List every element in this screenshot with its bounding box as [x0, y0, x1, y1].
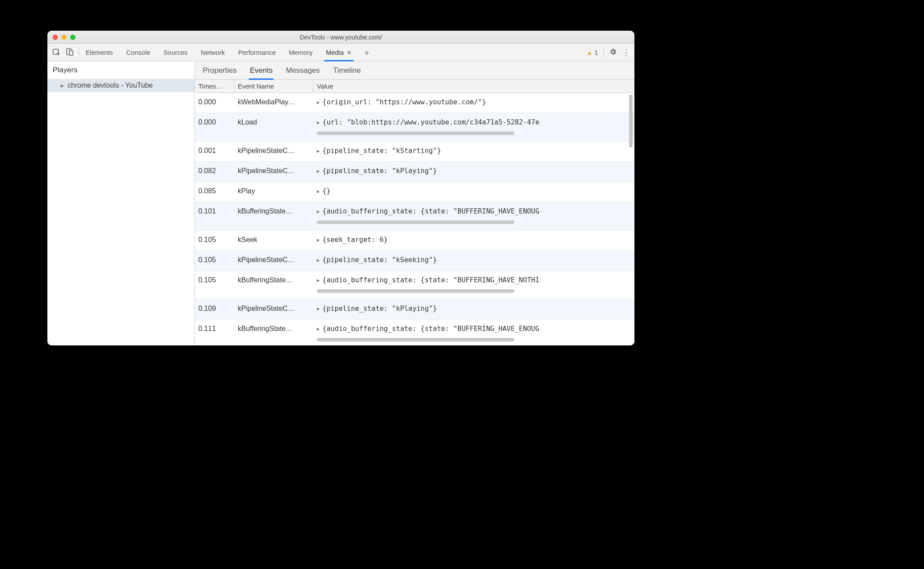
event-row[interactable]: 0.001kPipelineStateC…▶{pipeline_state: "… — [195, 142, 634, 162]
tab-label: Sources — [164, 49, 188, 56]
event-row[interactable]: 0.000kLoad▶{url: "blob:https://www.youtu… — [195, 113, 634, 142]
window-title: DevTools - www.youtube.com/ — [47, 34, 634, 41]
event-row[interactable]: 0.082kPipelineStateC…▶{pipeline_state: "… — [195, 162, 634, 182]
event-row[interactable]: 0.000kWebMediaPlay…▶{origin_url: "https:… — [195, 93, 634, 113]
close-window-button[interactable] — [53, 35, 58, 40]
cell-value: ▶{pipeline_state: "kSeeking"} — [313, 251, 634, 270]
disclosure-triangle-icon: ▶ — [317, 148, 320, 154]
titlebar: DevTools - www.youtube.com/ — [47, 31, 634, 44]
disclosure-triangle-icon: ▶ — [317, 306, 320, 312]
value-expand-row[interactable]: ▶{audio_buffering_state: {state: "BUFFER… — [317, 276, 631, 284]
event-row[interactable]: 0.111kBufferingState…▶{audio_buffering_s… — [195, 320, 634, 345]
cell-timestamp: 0.000 — [195, 93, 234, 113]
subtab-label: Timeline — [333, 66, 361, 75]
value-text: {pipeline_state: "kSeeking"} — [322, 256, 437, 264]
cell-event-name: kWebMediaPlay… — [234, 93, 313, 113]
disclosure-triangle-icon: ▶ — [317, 237, 320, 243]
header-timestamp[interactable]: Times… — [195, 80, 234, 92]
value-text: {pipeline_state: "kPlaying"} — [322, 305, 437, 313]
disclosure-triangle-icon: ▶ — [317, 326, 320, 332]
subtab-events[interactable]: Events — [250, 61, 272, 79]
event-row[interactable]: 0.105kBufferingState…▶{audio_buffering_s… — [195, 271, 634, 299]
table-header-row: Times… Event Name Value — [195, 80, 634, 93]
tab-label: Console — [126, 49, 150, 56]
horizontal-scrollbar[interactable] — [317, 288, 631, 294]
tab-label: Memory — [289, 49, 313, 56]
players-sidebar: Players ▶ chrome devtools - YouTube — [47, 61, 195, 345]
value-text: {seek_target: 6} — [322, 236, 388, 244]
event-row[interactable]: 0.109kPipelineStateC…▶{pipeline_state: "… — [195, 299, 634, 320]
tab-console[interactable]: Console — [126, 44, 150, 61]
player-list-item[interactable]: ▶ chrome devtools - YouTube — [47, 79, 194, 92]
window-controls — [47, 35, 75, 40]
value-expand-row[interactable]: ▶{seek_target: 6} — [317, 236, 631, 244]
disclosure-triangle-icon: ▶ — [317, 120, 320, 125]
value-expand-row[interactable]: ▶{pipeline_state: "kPlaying"} — [317, 167, 631, 175]
header-value[interactable]: Value — [313, 80, 634, 92]
event-row[interactable]: 0.105kSeek▶{seek_target: 6} — [195, 231, 634, 251]
cell-value: ▶{audio_buffering_state: {state: "BUFFER… — [313, 320, 634, 345]
subtab-properties[interactable]: Properties — [203, 61, 236, 79]
subtab-timeline[interactable]: Timeline — [333, 61, 361, 79]
cell-value: ▶{audio_buffering_state: {state: "BUFFER… — [313, 271, 634, 299]
cell-value: ▶{pipeline_state: "kPlaying"} — [313, 162, 634, 181]
cell-timestamp: 0.105 — [195, 251, 234, 270]
devtools-toolbar: Elements Console Sources Network Perform… — [47, 44, 634, 61]
device-toolbar-icon[interactable] — [66, 48, 74, 57]
tab-media[interactable]: Media ✕ — [326, 44, 352, 61]
more-menu-icon[interactable]: ⋮ — [622, 48, 629, 57]
vertical-scrollbar[interactable] — [629, 95, 633, 147]
close-tab-icon[interactable]: ✕ — [347, 49, 352, 56]
more-tabs-icon[interactable]: » — [365, 49, 369, 57]
subtab-messages[interactable]: Messages — [286, 61, 319, 79]
cell-event-name: kSeek — [234, 231, 313, 250]
cell-event-name: kPipelineStateC… — [234, 162, 313, 181]
value-expand-row[interactable]: ▶{url: "blob:https://www.youtube.com/c34… — [317, 118, 631, 126]
event-row[interactable]: 0.085kPlay▶{} — [195, 182, 634, 202]
zoom-window-button[interactable] — [70, 35, 75, 40]
warnings-indicator[interactable]: ▲ 1 — [587, 49, 598, 56]
disclosure-triangle-icon: ▶ — [317, 100, 320, 105]
tab-label: Elements — [86, 49, 113, 56]
horizontal-scrollbar[interactable] — [317, 220, 631, 225]
minimize-window-button[interactable] — [61, 35, 67, 40]
tab-elements[interactable]: Elements — [86, 44, 113, 61]
tab-sources[interactable]: Sources — [164, 44, 188, 61]
sidebar-header: Players — [47, 61, 194, 79]
disclosure-triangle-icon: ▶ — [317, 257, 320, 263]
value-expand-row[interactable]: ▶{audio_buffering_state: {state: "BUFFER… — [317, 325, 631, 333]
value-expand-row[interactable]: ▶{pipeline_state: "kPlaying"} — [317, 305, 631, 313]
value-text: {audio_buffering_state: {state: "BUFFERI… — [322, 325, 540, 333]
tab-memory[interactable]: Memory — [289, 44, 313, 61]
warning-count: 1 — [595, 49, 598, 56]
inspect-element-icon[interactable] — [53, 49, 61, 57]
horizontal-scrollbar[interactable] — [317, 337, 631, 342]
toolbar-separator — [603, 47, 604, 58]
tab-performance[interactable]: Performance — [238, 44, 276, 61]
value-expand-row[interactable]: ▶{pipeline_state: "kSeeking"} — [317, 256, 631, 264]
cell-timestamp: 0.000 — [195, 113, 234, 141]
value-text: {audio_buffering_state: {state: "BUFFERI… — [322, 207, 540, 215]
value-expand-row[interactable]: ▶{pipeline_state: "kStarting"} — [317, 147, 631, 155]
media-subtabs: Properties Events Messages Timeline — [195, 61, 634, 80]
cell-value: ▶{} — [313, 182, 634, 202]
value-text: {audio_buffering_state: {state: "BUFFERI… — [322, 276, 540, 284]
cell-timestamp: 0.101 — [195, 202, 234, 230]
subtab-label: Properties — [203, 66, 236, 75]
event-row[interactable]: 0.101kBufferingState…▶{audio_buffering_s… — [195, 202, 634, 231]
toolbar-right: ▲ 1 ⋮ — [581, 47, 634, 58]
disclosure-triangle-icon: ▶ — [317, 277, 320, 283]
cell-event-name: kBufferingState… — [234, 271, 313, 299]
value-expand-row[interactable]: ▶{origin_url: "https://www.youtube.com/"… — [317, 98, 631, 106]
header-event-name[interactable]: Event Name — [234, 80, 313, 92]
tab-network[interactable]: Network — [201, 44, 225, 61]
settings-icon[interactable] — [609, 48, 617, 57]
value-expand-row[interactable]: ▶{audio_buffering_state: {state: "BUFFER… — [317, 207, 631, 215]
horizontal-scrollbar[interactable] — [317, 131, 631, 136]
value-expand-row[interactable]: ▶{} — [317, 187, 631, 195]
cell-timestamp: 0.105 — [195, 271, 234, 299]
cell-value: ▶{url: "blob:https://www.youtube.com/c34… — [313, 113, 634, 141]
subtab-label: Messages — [286, 66, 319, 75]
event-row[interactable]: 0.105kPipelineStateC…▶{pipeline_state: "… — [195, 251, 634, 271]
value-text: {pipeline_state: "kStarting"} — [322, 147, 441, 155]
